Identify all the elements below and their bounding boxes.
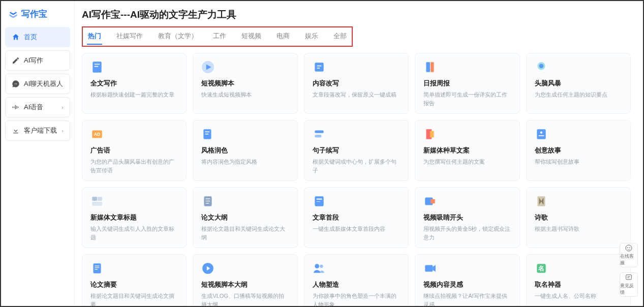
chat-icon [12, 80, 20, 88]
chevron-right-icon: › [62, 104, 64, 110]
tab-all[interactable]: 全部 [332, 29, 348, 44]
svg-rect-21 [92, 197, 97, 201]
svg-rect-1 [95, 64, 100, 65]
svg-rect-20 [538, 135, 544, 136]
naming-icon: 名 [535, 262, 548, 275]
card-desc: 生成VLOG、口播稿等短视频的拍摄大纲 [201, 292, 289, 306]
card-desc: 根据论文题目和关键词生成论文大纲 [201, 225, 289, 241]
card-paper-outline[interactable]: 论文大纲 根据论文题目和关键词生成论文大纲 [193, 187, 297, 248]
main-content: AI写作宝---AI驱动的文字生产力工具 热门 社媒写作 教育（文学） 工作 短… [75, 1, 643, 306]
doc-icon [90, 60, 104, 74]
card-video-opening[interactable]: 视频吸睛开头 用视频开头的黄金5秒，锁定观众注意力 [415, 187, 519, 248]
inspiration-icon [423, 262, 437, 275]
card-short-video-script[interactable]: 短视频脚本 快速生成短视频脚本 [193, 53, 297, 114]
sidebar-item-audio[interactable]: AI语音 › [5, 97, 70, 117]
tab-education[interactable]: 教育（文学） [157, 29, 199, 44]
card-character[interactable]: 人物塑造 为你故事中的角色塑造一个丰满的人物形象 [304, 254, 409, 306]
card-desc: 输入关键词生成引人入胜的文章标题 [90, 225, 178, 241]
card-desc: 文章段落改写，保留原义一键成稿 [313, 90, 400, 99]
logo-text: 写作宝 [21, 8, 47, 20]
card-title: 句子续写 [313, 146, 400, 155]
card-grid: 全文写作 根据标题快速创建一篇完整的文章 短视频脚本 快速生成短视频脚本 内容改… [82, 53, 631, 306]
card-desc: 为你故事中的角色塑造一个丰满的人物形象 [313, 292, 400, 306]
svg-rect-23 [92, 202, 102, 206]
card-new-media-copy[interactable]: 新媒体种草文案 为您撰写任何主题的文案 [415, 120, 519, 181]
card-title: 论文大纲 [201, 213, 289, 222]
card-title: 论文摘要 [90, 280, 178, 289]
tab-ecommerce[interactable]: 电商 [275, 29, 291, 44]
card-desc: 根据主题书写诗歌 [535, 225, 622, 233]
card-desc: 简单描述即可生成一份详实的工作报告 [423, 90, 511, 107]
page-title: AI写作宝---AI驱动的文字生产力工具 [82, 8, 631, 21]
card-article-title[interactable]: 新媒体文章标题 输入关键词生成引人入胜的文章标题 [82, 187, 187, 248]
svg-rect-5 [426, 62, 431, 72]
svg-point-39 [315, 264, 319, 268]
video-open-icon [423, 195, 437, 208]
tab-entertainment[interactable]: 娱乐 [304, 29, 319, 44]
svg-rect-29 [316, 199, 322, 200]
card-sentence-continue[interactable]: 句子续写 根据关键词或中心句，扩展多个句子 [304, 120, 409, 181]
svg-rect-35 [95, 266, 100, 266]
pencil-icon [12, 56, 20, 65]
sidebar-item-home[interactable]: 首页 [5, 27, 70, 47]
card-rewrite[interactable]: 内容改写 文章段落改写，保留原义一键成稿 [304, 53, 409, 114]
card-brainstorm[interactable]: 头脑风暴 为您生成任何主题的知识要点 [526, 53, 631, 114]
svg-point-44 [626, 245, 632, 251]
tabs-highlight-box: 热门 社媒写作 教育（文学） 工作 短视频 电商 娱乐 全部 [82, 26, 353, 47]
sidebar-item-label: 首页 [24, 33, 37, 42]
card-title: 头脑风暴 [535, 79, 622, 88]
card-title: 诗歌 [535, 213, 622, 222]
card-desc: 根据论文题目和关键词生成论文摘要 [90, 292, 178, 306]
card-paper-abstract[interactable]: 论文摘要 根据论文题目和关键词生成论文摘要 [82, 254, 187, 306]
sidebar-item-label: AI写作 [24, 56, 43, 65]
card-desc: 一键生成人名、公司名称 [535, 292, 622, 300]
card-title: 广告语 [90, 146, 178, 155]
card-poetry[interactable]: 诗歌 根据主题书写诗歌 [526, 187, 631, 248]
svg-rect-25 [206, 199, 210, 199]
card-desc: 根据关键词或中心句，扩展多个句子 [313, 158, 400, 174]
sidebar-item-label: AI语音 [24, 103, 43, 112]
card-title: 内容改写 [313, 79, 400, 88]
home-icon [12, 33, 20, 41]
card-full-writing[interactable]: 全文写作 根据标题快速创建一篇完整的文章 [82, 53, 187, 114]
svg-point-40 [320, 264, 323, 268]
card-desc: 帮你续写创意故事 [535, 158, 622, 166]
svg-rect-17 [430, 131, 434, 138]
card-report[interactable]: 日报周报 简单描述即可生成一份详实的工作报告 [415, 53, 519, 114]
card-first-paragraph[interactable]: 文章首段 一键生成新媒体文章首段内容 [304, 187, 409, 248]
rewrite-icon [313, 60, 326, 74]
play-icon [201, 60, 214, 74]
tab-social[interactable]: 社媒写作 [115, 29, 144, 44]
svg-rect-37 [95, 269, 98, 269]
svg-rect-15 [315, 135, 321, 137]
polish-icon [201, 128, 214, 141]
card-title: 取名神器 [535, 280, 622, 289]
svg-rect-34 [93, 263, 101, 273]
sidebar-item-label: 客户端下载 [24, 126, 57, 135]
tab-hot[interactable]: 热门 [87, 29, 102, 44]
card-creative-story[interactable]: 创意故事 帮你续写创意故事 [526, 120, 631, 181]
card-title: 视频内容灵感 [423, 280, 511, 289]
svg-rect-2 [95, 66, 99, 67]
card-title: 视频吸睛开头 [423, 213, 511, 222]
card-video-inspiration[interactable]: 视频内容灵感 继续点拍视频？让AI写作宝来提供灵感 [415, 254, 519, 306]
card-naming[interactable]: 名 取名神器 一键生成人名、公司名称 [526, 254, 631, 306]
sidebar-item-write[interactable]: AI写作 [5, 50, 70, 71]
report-icon [423, 60, 437, 74]
float-label: 意见反馈 [620, 283, 637, 296]
svg-rect-36 [95, 267, 100, 268]
card-advertising[interactable]: AD 广告语 为您的产品头脑风暴出有创意的广告宣传语 [82, 120, 187, 181]
tab-shortvideo[interactable]: 短视频 [240, 29, 262, 44]
float-feedback[interactable]: 意见反馈 [620, 272, 638, 297]
tab-work[interactable]: 工作 [212, 29, 227, 44]
float-customer-service[interactable]: 在线客服 [620, 243, 638, 267]
card-title: 短视频脚本 [201, 79, 289, 88]
svg-point-8 [539, 64, 543, 69]
card-short-video-outline[interactable]: 短视频脚本大纲 生成VLOG、口播稿等短视频的拍摄大纲 [193, 254, 297, 306]
sidebar-item-download[interactable]: 客户端下载 › [5, 120, 70, 141]
svg-rect-12 [205, 132, 210, 133]
card-style-polish[interactable]: 风格润色 将内容润色为指定风格 [193, 120, 297, 181]
svg-rect-45 [626, 275, 632, 280]
sidebar-item-chatbot[interactable]: AI聊天机器人 [5, 74, 70, 94]
float-label: 在线客服 [620, 253, 637, 266]
